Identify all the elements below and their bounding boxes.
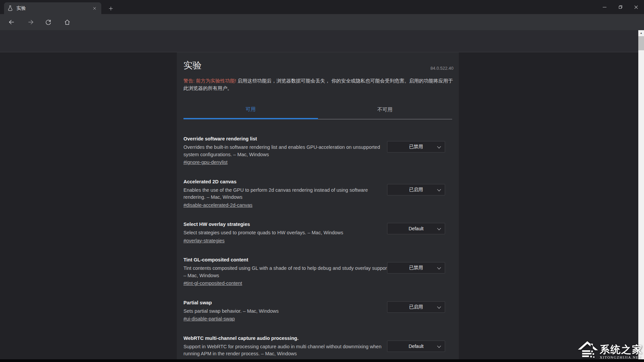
flag-description: Enables the use of the GPU to perform 2d… xyxy=(183,187,391,201)
flag-value-dropdown[interactable]: 已启用 xyxy=(387,184,445,195)
browser-tab[interactable]: 实验 xyxy=(4,2,101,14)
minimize-button[interactable] xyxy=(597,0,612,14)
back-button[interactable] xyxy=(7,17,16,27)
chevron-down-icon xyxy=(437,187,441,191)
dropdown-value: 已禁用 xyxy=(409,265,423,271)
chevron-down-icon xyxy=(437,144,441,148)
dropdown-value: Default xyxy=(409,226,423,231)
flag-list: Override software rendering list Overrid… xyxy=(183,135,452,362)
watermark: 系统之家 XITONGZHIJIA.NET xyxy=(577,341,643,359)
dropdown-value: 已启用 xyxy=(409,187,423,193)
forward-icon xyxy=(27,18,35,26)
watermark-title: 系统之家 xyxy=(600,344,643,355)
forward-button[interactable] xyxy=(26,17,36,27)
version-label: 84.0.522.40 xyxy=(430,66,453,71)
flag-value-dropdown[interactable]: 已启用 xyxy=(387,301,445,313)
tab-unavailable[interactable]: 不可用 xyxy=(318,101,452,119)
chevron-down-icon xyxy=(437,344,441,348)
flags-content: 实验 84.0.522.40 警告: 前方为实验性功能! 启用这些功能后，浏览器… xyxy=(177,52,459,362)
scrollbar-up-arrow[interactable]: ▲ xyxy=(638,30,644,36)
flag-description: Tint contents composited using GL with a… xyxy=(183,265,391,279)
flag-row-hw-overlay-strategies: Select HW overlay strategies Select stra… xyxy=(183,221,452,244)
page-title: 实验 xyxy=(183,60,452,71)
flag-row-partial-swap: Partial swap Sets partial swap behavior.… xyxy=(183,299,452,323)
tab-close-icon[interactable] xyxy=(91,5,98,12)
flag-link[interactable]: #ui-disable-partial-swap xyxy=(183,315,235,323)
availability-tabs: 可用 不可用 xyxy=(183,101,452,119)
flag-row-webrtc-multichannel: WebRTC multi-channel capture audio proce… xyxy=(183,335,452,362)
flag-row-tint-gl-composited: Tint GL-composited content Tint contents… xyxy=(183,256,452,287)
chevron-down-icon xyxy=(437,305,441,308)
refresh-button[interactable] xyxy=(44,17,53,27)
flag-value-dropdown[interactable]: 已禁用 xyxy=(387,141,445,153)
flask-icon xyxy=(7,5,13,11)
flag-row-accelerated-2d-canvas: Accelerated 2D canvas Enables the use of… xyxy=(183,178,452,209)
watermark-subtitle: XITONGZHIJIA.NET xyxy=(600,355,641,359)
restore-button[interactable] xyxy=(612,0,628,14)
tab-title: 实验 xyxy=(16,5,88,11)
chevron-down-icon xyxy=(437,265,441,269)
navigation-toolbar: Edge | edge://flags ⚙ ··· xyxy=(0,14,644,30)
title-bar: 实验 xyxy=(0,0,644,14)
flag-description: Support in WebRTC for processing capture… xyxy=(183,343,391,358)
flag-value-dropdown[interactable]: 已禁用 xyxy=(387,262,445,274)
flag-link[interactable]: #tint-gl-composited-content xyxy=(183,280,242,287)
dropdown-value: 已禁用 xyxy=(409,144,423,150)
new-tab-button[interactable] xyxy=(107,4,115,12)
close-icon xyxy=(634,5,638,9)
flag-link[interactable]: #overlay-strategies xyxy=(183,237,225,245)
warning-label: 警告: 前方为实验性功能! xyxy=(183,78,237,83)
flag-description: Overrides the built-in software renderin… xyxy=(183,144,391,158)
scrollbar[interactable]: ▲ xyxy=(638,30,644,362)
scrollbar-thumb[interactable] xyxy=(638,36,644,50)
flag-value-dropdown[interactable]: Default xyxy=(387,341,445,352)
flag-description: Select strategies used to promote quads … xyxy=(183,229,391,237)
flag-link[interactable]: #ignore-gpu-denylist xyxy=(183,159,227,166)
bottom-edge-strip xyxy=(0,359,644,362)
flag-row-override-software-rendering: Override software rendering list Overrid… xyxy=(183,135,452,166)
flag-link[interactable]: #disable-accelerated-2d-canvas xyxy=(183,202,253,209)
flags-header-band: Reset all xyxy=(0,30,644,52)
dropdown-value: Default xyxy=(409,344,423,349)
refresh-icon xyxy=(45,19,52,25)
warning-text: 警告: 前方为实验性功能! 启用这些功能后，浏览器数据可能会丢失， 你的安全或隐… xyxy=(183,77,454,92)
flag-value-dropdown[interactable]: Default xyxy=(387,223,445,234)
flag-description: Sets partial swap behavior. – Mac, Windo… xyxy=(183,308,391,315)
close-button[interactable] xyxy=(628,0,644,14)
minimize-icon xyxy=(603,7,606,7)
chevron-down-icon xyxy=(437,226,441,230)
back-icon xyxy=(8,18,15,26)
house-logo-icon xyxy=(577,341,598,359)
tab-available[interactable]: 可用 xyxy=(183,101,318,119)
home-button[interactable] xyxy=(62,17,72,27)
window-controls xyxy=(597,0,644,14)
restore-icon xyxy=(619,5,623,9)
dropdown-value: 已启用 xyxy=(409,304,423,310)
home-icon xyxy=(64,19,71,26)
